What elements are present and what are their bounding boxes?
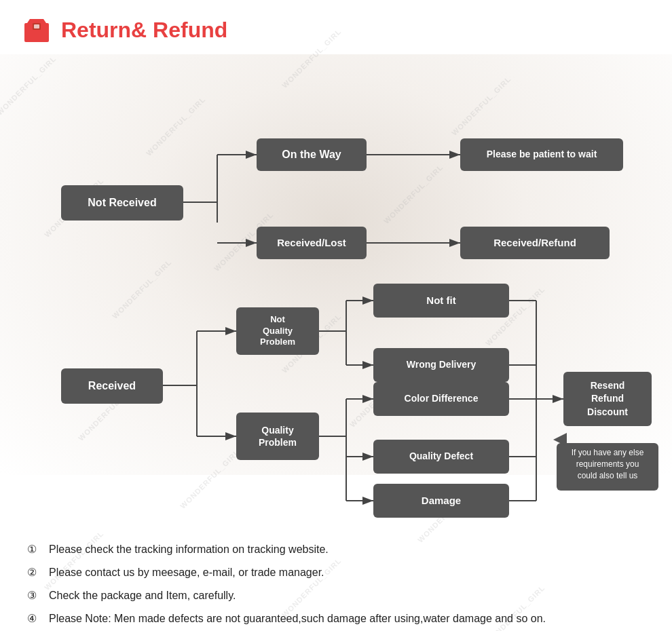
wrong-delivery-box: Wrong Delivery bbox=[373, 348, 509, 382]
note-number-3: ③ bbox=[27, 588, 43, 604]
note-item-1: ① Please check the tracking information … bbox=[27, 541, 645, 558]
received-lost-box: Received/Lost bbox=[257, 227, 367, 259]
page-header: Return& Refund bbox=[20, 14, 652, 46]
note-number-1: ① bbox=[27, 541, 43, 558]
note-text-1: Please check the tracking information on… bbox=[49, 541, 329, 558]
note-number-4: ④ bbox=[27, 611, 43, 627]
not-received-box: Not Received bbox=[61, 185, 183, 221]
resend-box: Resend Refund Discount bbox=[563, 372, 652, 426]
received-refund-box: Received/Refund bbox=[460, 227, 610, 259]
not-quality-box: Not Quality Problem bbox=[236, 307, 319, 355]
note-item-2: ② Please contact us by meesage, e-mail, … bbox=[27, 565, 645, 581]
flowchart: Not Received On the Way Please be patien… bbox=[20, 66, 652, 528]
please-wait-box: Please be patient to wait bbox=[460, 138, 623, 171]
not-fit-box: Not fit bbox=[373, 284, 509, 318]
extra-note-box: If you have any else requirements you co… bbox=[557, 443, 658, 491]
quality-defect-box: Quality Defect bbox=[373, 440, 509, 474]
note-item-4: ④ Please Note: Men made defects are not … bbox=[27, 611, 645, 627]
damage-box: Damage bbox=[373, 484, 509, 518]
notes-section: ① Please check the tracking information … bbox=[20, 541, 652, 627]
note-text-4: Please Note: Men made defects are not gu… bbox=[49, 611, 546, 627]
note-text-3: Check the package and Item, carefully. bbox=[49, 588, 236, 604]
received-box: Received bbox=[61, 368, 163, 404]
on-the-way-box: On the Way bbox=[257, 138, 367, 171]
quality-problem-box: Quality Problem bbox=[236, 413, 319, 460]
note-number-2: ② bbox=[27, 565, 43, 581]
note-text-2: Please contact us by meesage, e-mail, or… bbox=[49, 565, 324, 581]
color-diff-box: Color Difference bbox=[373, 382, 509, 416]
package-return-icon bbox=[20, 14, 53, 46]
page-title: Return& Refund bbox=[61, 18, 227, 43]
note-item-3: ③ Check the package and Item, carefully. bbox=[27, 588, 645, 604]
svg-rect-2 bbox=[34, 24, 39, 28]
